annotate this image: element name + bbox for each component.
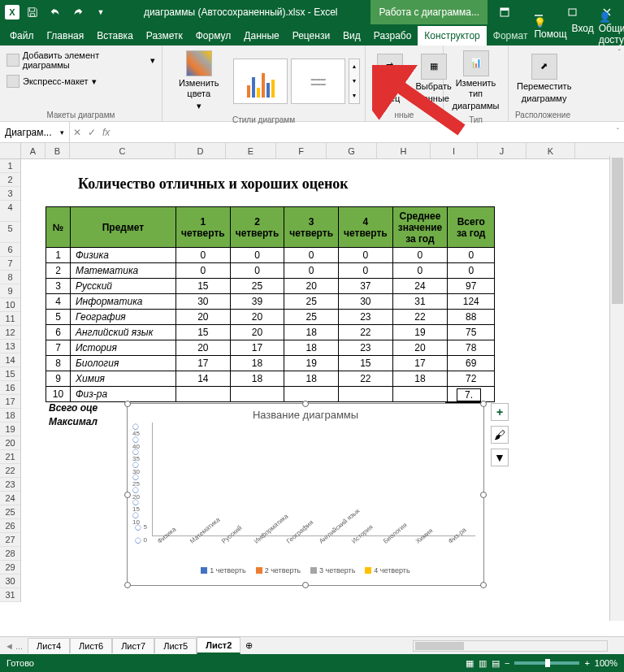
- status-bar: Готово ▦ ▥ ▤ − + 100%: [0, 654, 624, 672]
- zoom-level[interactable]: 100%: [595, 658, 618, 668]
- chart-handle-tr[interactable]: [480, 401, 487, 407]
- group-data-label: нные: [370, 109, 438, 119]
- redo-button[interactable]: [68, 2, 88, 22]
- file-title: диаграммы (Автосохраненный).xlsx - Excel: [144, 7, 338, 18]
- tab-data[interactable]: Данные: [237, 26, 285, 46]
- chart-legend: 1 четверть 2 четверть 3 четверть 4 четве…: [128, 547, 483, 574]
- sheet-tab-1[interactable]: Лист6: [70, 638, 112, 653]
- tab-formulas[interactable]: Формул: [189, 26, 238, 46]
- save-button[interactable]: [23, 2, 42, 22]
- horizontal-scrollbar[interactable]: [413, 640, 608, 652]
- column-headers: A B C D E F G H I J K: [0, 143, 624, 159]
- sheet-tab-4[interactable]: Лист2: [197, 637, 240, 654]
- palette-icon: [186, 50, 212, 76]
- name-box[interactable]: Диаграм... ▾: [0, 122, 70, 142]
- chart-handle-tl[interactable]: [124, 401, 131, 407]
- col-a[interactable]: A: [21, 143, 46, 158]
- chart-styles-more[interactable]: ▴▾▾: [349, 59, 360, 104]
- zoom-slider[interactable]: [514, 661, 579, 665]
- status-ready: Готово: [6, 658, 34, 668]
- col-g[interactable]: G: [327, 143, 377, 158]
- group-layouts-label: Макеты диаграмм: [5, 109, 157, 119]
- col-i[interactable]: I: [431, 143, 478, 158]
- ribbon-display-button[interactable]: [488, 0, 522, 24]
- add-sheet-button[interactable]: ⊕: [240, 640, 257, 651]
- sheet-nav-prev[interactable]: ◄: [5, 641, 14, 651]
- row-headers: 1234567891011121314151617181920212223242…: [0, 159, 21, 602]
- undo-button[interactable]: [46, 2, 65, 22]
- move-chart-button[interactable]: ⬈Переместитьдиаграмму: [514, 52, 574, 106]
- col-d[interactable]: D: [176, 143, 226, 158]
- col-f[interactable]: F: [276, 143, 327, 158]
- context-tab-title: Работа с диаграмма...: [370, 0, 488, 24]
- quick-layout-button[interactable]: Экспресс-макет ▾: [5, 73, 98, 89]
- switch-row-column-button[interactable]: ⇄Строка/лбец: [370, 52, 409, 106]
- th-avg: Среднее значение за год: [392, 207, 448, 248]
- signin-button[interactable]: Вход: [572, 23, 594, 34]
- vertical-scrollbar[interactable]: [609, 156, 624, 621]
- view-break-button[interactable]: ▤: [492, 658, 500, 669]
- chart-style-2[interactable]: ▬▬▬▬▬▬: [291, 59, 345, 104]
- group-type-label: Тип: [448, 114, 503, 124]
- chart-handle-bl[interactable]: [124, 582, 131, 588]
- cancel-formula-button[interactable]: ✕: [73, 127, 81, 138]
- chart-styles-button[interactable]: 🖌: [491, 426, 509, 444]
- share-button[interactable]: 👤 Общий доступ: [599, 11, 624, 46]
- tab-home[interactable]: Главная: [41, 26, 91, 46]
- th-q3: 3 четверть: [284, 207, 339, 248]
- col-c[interactable]: C: [70, 143, 176, 158]
- sheet-tab-3[interactable]: Лист5: [154, 638, 197, 653]
- change-chart-type-button[interactable]: 📊Изменить типдиаграммы: [448, 49, 503, 114]
- tab-file[interactable]: Файл: [3, 26, 41, 46]
- zoom-out-button[interactable]: −: [505, 658, 509, 668]
- col-e[interactable]: E: [226, 143, 276, 158]
- col-b[interactable]: B: [46, 143, 70, 158]
- tab-review[interactable]: Рецензи: [286, 26, 336, 46]
- ribbon: Добавить элемент диаграммы ▾ Экспресс-ма…: [0, 46, 624, 122]
- chart-handle-tm[interactable]: [302, 401, 309, 407]
- tab-insert[interactable]: Вставка: [90, 26, 140, 46]
- zoom-in-button[interactable]: +: [584, 658, 589, 668]
- view-page-button[interactable]: ▥: [479, 658, 487, 669]
- tab-view[interactable]: Вид: [336, 26, 367, 46]
- tab-design[interactable]: Конструктор: [418, 26, 486, 46]
- formula-bar: Диаграм... ▾ ✕ ✓ fx ˇ: [0, 122, 624, 143]
- chart-style-1[interactable]: [233, 59, 288, 104]
- sheet-tab-2[interactable]: Лист7: [112, 638, 154, 653]
- chart-plot[interactable]: ◯ 45◯ 40◯ 35◯ 30◯ 25◯ 20◯ 15◯ 10◯ 5◯ 0: [128, 423, 483, 536]
- col-j[interactable]: J: [478, 143, 526, 158]
- select-all-corner[interactable]: [0, 143, 21, 158]
- chart-filters-button[interactable]: ▼: [491, 449, 509, 466]
- chart-handle-br[interactable]: [480, 582, 487, 588]
- ribbon-tabs: Файл Главная Вставка Разметк Формул Данн…: [0, 24, 624, 46]
- sheet-nav-dots[interactable]: ...: [15, 641, 23, 651]
- tot-v1: 7.: [457, 388, 481, 401]
- chart-handle-bm[interactable]: [302, 582, 309, 588]
- tab-layout[interactable]: Разметк: [140, 26, 189, 46]
- collapse-ribbon-button[interactable]: ˇ: [618, 49, 621, 58]
- col-k[interactable]: K: [526, 143, 575, 158]
- help-button[interactable]: 💡 Помощ: [534, 17, 566, 40]
- col-h[interactable]: H: [377, 143, 431, 158]
- svg-rect-1: [500, 8, 509, 11]
- add-chart-element-button[interactable]: Добавить элемент диаграммы ▾: [5, 49, 157, 72]
- accept-formula-button[interactable]: ✓: [88, 127, 96, 138]
- change-colors-button[interactable]: Изменить цвета▾: [167, 49, 230, 114]
- th-q2: 2 четверть: [230, 207, 284, 248]
- view-normal-button[interactable]: ▦: [466, 658, 474, 669]
- fx-button[interactable]: fx: [102, 127, 110, 138]
- select-data-icon: ▦: [421, 54, 447, 80]
- th-total: Всего за год: [448, 207, 495, 248]
- switch-icon: ⇄: [377, 54, 403, 80]
- grid[interactable]: 1234567891011121314151617181920212223242…: [0, 159, 624, 624]
- chart-bars: [152, 423, 475, 536]
- tab-developer[interactable]: Разрабо: [367, 26, 418, 46]
- tab-format[interactable]: Формат: [487, 26, 535, 46]
- x-axis-labels: ФизикаМатематикаРусскийИнформатикаГеогра…: [128, 536, 483, 547]
- y-axis: ◯ 45◯ 40◯ 35◯ 30◯ 25◯ 20◯ 15◯ 10◯ 5◯ 0: [132, 423, 149, 536]
- chart[interactable]: Название диаграммы ◯ 45◯ 40◯ 35◯ 30◯ 25◯…: [127, 403, 484, 586]
- sheet-tab-0[interactable]: Лист4: [28, 638, 70, 653]
- chart-elements-button[interactable]: +: [491, 403, 509, 421]
- qat-dropdown[interactable]: ▼: [91, 2, 110, 22]
- expand-formula-bar[interactable]: ˇ: [612, 128, 624, 137]
